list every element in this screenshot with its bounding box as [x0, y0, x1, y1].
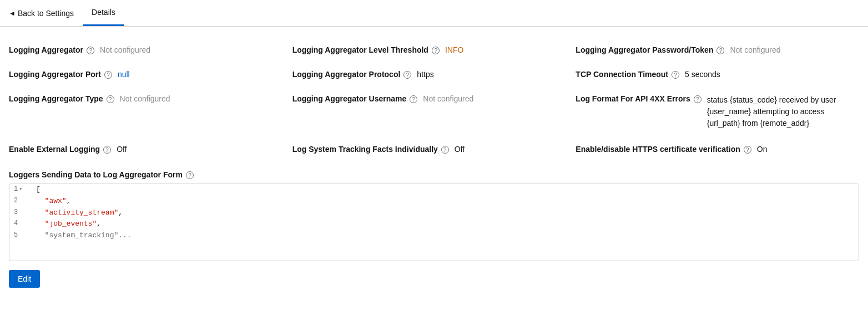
label-logging-port: Logging Aggregator Port	[9, 70, 101, 79]
label-https-cert-verification: Enable/disable HTTPS certificate verific…	[576, 145, 740, 154]
line-number-1: 1	[14, 184, 18, 195]
collapse-icon-1[interactable]: ▾	[19, 185, 22, 194]
label-logging-password-token: Logging Aggregator Password/Token	[576, 45, 713, 54]
back-label: Back to Settings	[18, 9, 74, 18]
help-icon-log-system-tracking[interactable]: ?	[441, 146, 449, 154]
label-enable-external-logging: Enable External Logging	[9, 145, 100, 154]
chevron-left-icon: ◄	[9, 9, 16, 17]
help-icon-log-format-4xx[interactable]: ?	[694, 95, 702, 103]
label-tcp-connection-timeout: TCP Connection Timeout	[576, 70, 668, 79]
tab-details[interactable]: Details	[83, 0, 124, 26]
value-logging-port: null	[118, 70, 130, 79]
code-ellipsis: "system_tracking"...	[45, 231, 132, 240]
loggers-label-row: Loggers Sending Data to Log Aggregator F…	[9, 164, 859, 184]
help-icon-logging-port[interactable]: ?	[104, 71, 112, 79]
value-logging-level-threshold: INFO	[445, 45, 463, 54]
page-container: ◄ Back to Settings Details Logging Aggre…	[0, 0, 868, 331]
value-tcp-connection-timeout: 5 seconds	[685, 70, 720, 79]
value-logging-aggregator: Not configured	[100, 45, 150, 54]
cell-logging-username: Logging Aggregator Username ? Not config…	[292, 89, 576, 135]
value-log-system-tracking: Off	[455, 145, 465, 154]
value-logging-type: Not configured	[120, 94, 170, 103]
help-icon-loggers[interactable]: ?	[186, 171, 194, 179]
code-editor[interactable]: 1 ▾ [ 2 "awx", 3 "	[9, 184, 859, 261]
code-line-3: 3 "activity_stream",	[9, 207, 859, 219]
code-line-2: 2 "awx",	[9, 196, 859, 207]
settings-row-4: Enable External Logging ? Off Log System…	[9, 139, 859, 159]
help-icon-logging-username[interactable]: ?	[410, 95, 417, 103]
settings-row-3: Logging Aggregator Type ? Not configured…	[9, 89, 859, 135]
loggers-section-label: Loggers Sending Data to Log Aggregator F…	[9, 170, 183, 179]
code-activity-stream: "activity_stream"	[45, 208, 119, 217]
cell-tcp-connection-timeout: TCP Connection Timeout ? 5 seconds	[576, 64, 859, 84]
code-awx: "awx"	[45, 197, 67, 205]
help-icon-https-cert-verification[interactable]: ?	[744, 146, 751, 154]
label-log-system-tracking: Log System Tracking Facts Individually	[292, 145, 438, 154]
cell-https-cert-verification: Enable/disable HTTPS certificate verific…	[576, 139, 859, 159]
value-logging-password-token: Not configured	[730, 45, 780, 54]
label-logging-username: Logging Aggregator Username	[292, 94, 407, 103]
help-icon-enable-external-logging[interactable]: ?	[103, 146, 111, 154]
edit-button[interactable]: Edit	[9, 270, 40, 288]
value-logging-protocol: https	[417, 70, 433, 79]
help-icon-tcp-connection-timeout[interactable]: ?	[672, 71, 679, 79]
line-number-3: 3	[14, 207, 18, 218]
value-https-cert-verification: On	[757, 145, 768, 154]
header: ◄ Back to Settings Details	[0, 0, 868, 27]
line-number-2: 2	[14, 196, 18, 206]
cell-logging-protocol: Logging Aggregator Protocol ? https	[292, 64, 576, 84]
help-icon-logging-type[interactable]: ?	[107, 95, 114, 103]
back-to-settings-link[interactable]: ◄ Back to Settings	[9, 1, 80, 26]
label-logging-level-threshold: Logging Aggregator Level Threshold	[292, 45, 428, 54]
help-icon-logging-password-token[interactable]: ?	[716, 47, 724, 54]
cell-logging-aggregator: Logging Aggregator ? Not configured	[9, 40, 292, 60]
code-job-events: "job_events"	[45, 220, 97, 228]
label-logging-protocol: Logging Aggregator Protocol	[292, 70, 401, 79]
tab-details-label: Details	[92, 8, 115, 17]
settings-row-1: Logging Aggregator ? Not configured Logg…	[9, 40, 859, 60]
settings-row-2: Logging Aggregator Port ? null Logging A…	[9, 64, 859, 84]
label-log-format-4xx: Log Format For API 4XX Errors	[576, 94, 690, 103]
cell-logging-port: Logging Aggregator Port ? null	[9, 64, 292, 84]
cell-logging-password-token: Logging Aggregator Password/Token ? Not …	[576, 40, 859, 60]
value-enable-external-logging: Off	[117, 145, 127, 154]
value-log-format-4xx: status {status_code} received by user {u…	[707, 94, 850, 129]
cell-enable-external-logging: Enable External Logging ? Off	[9, 139, 292, 159]
cell-logging-type: Logging Aggregator Type ? Not configured	[9, 89, 292, 135]
line-number-5: 5	[14, 230, 18, 241]
code-line-1: 1 ▾ [	[9, 184, 859, 196]
cell-log-system-tracking: Log System Tracking Facts Individually ?…	[292, 139, 576, 159]
code-open-bracket: [	[36, 185, 41, 193]
line-number-4: 4	[14, 218, 18, 229]
value-logging-username: Not configured	[423, 94, 473, 103]
label-logging-aggregator: Logging Aggregator	[9, 45, 83, 54]
help-icon-logging-protocol[interactable]: ?	[403, 71, 411, 79]
help-icon-logging-level-threshold[interactable]: ?	[432, 47, 440, 54]
content-area: Logging Aggregator ? Not configured Logg…	[0, 27, 868, 331]
help-icon-logging-aggregator[interactable]: ?	[87, 47, 94, 54]
code-line-5: 5 "system_tracking"...	[9, 230, 859, 242]
cell-log-format-4xx: Log Format For API 4XX Errors ? status {…	[576, 89, 859, 135]
code-line-4: 4 "job_events",	[9, 218, 859, 230]
cell-logging-level-threshold: Logging Aggregator Level Threshold ? INF…	[292, 40, 576, 60]
label-logging-type: Logging Aggregator Type	[9, 94, 103, 103]
